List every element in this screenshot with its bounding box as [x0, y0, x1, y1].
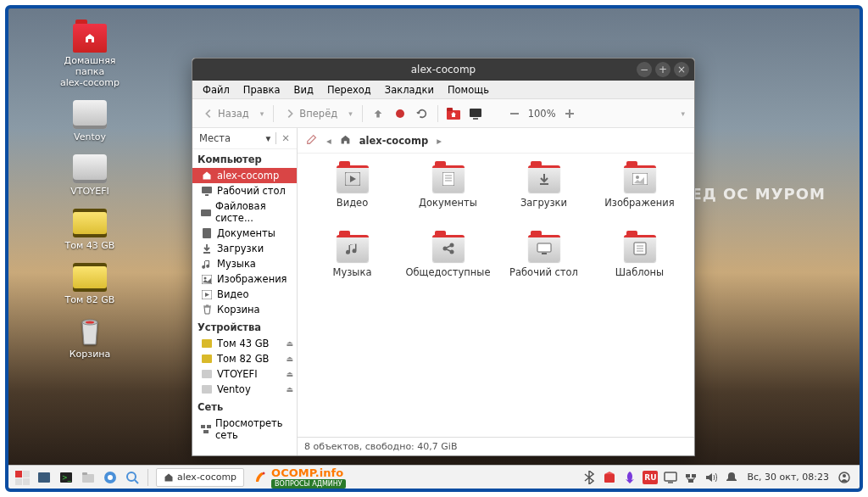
eject-icon[interactable]: ⏏ [286, 355, 293, 363]
folder-item[interactable]: Видео [304, 165, 400, 232]
back-button[interactable]: Назад [199, 105, 253, 122]
path-segment[interactable]: alex-cocomp [359, 135, 428, 147]
sidebar-item[interactable]: Документы [192, 226, 297, 241]
folder-item[interactable]: Документы [400, 165, 496, 232]
desktop-icon[interactable]: Том 43 GB [49, 209, 131, 251]
sidebar-dropdown[interactable]: ▾ [266, 132, 271, 144]
menu-item[interactable]: Вид [289, 82, 319, 98]
terminal-launcher[interactable]: >_ [56, 468, 76, 487]
up-button[interactable] [370, 105, 387, 122]
sidebar-item[interactable]: Изображения [192, 271, 297, 287]
file-grid[interactable]: ВидеоДокументыЗагрузкиИзображенияМузыкаО… [298, 154, 694, 437]
pathbar: ◂ alex-cocomp ▸ [298, 128, 694, 154]
search-launcher[interactable] [122, 468, 142, 487]
menubar: ФайлПравкаВидПереходЗакладкиПомощь [192, 81, 694, 99]
zoom-in-button[interactable] [561, 105, 578, 122]
svg-rect-11 [205, 194, 209, 196]
zoom-out-button[interactable] [506, 105, 523, 122]
svg-rect-46 [38, 472, 50, 483]
sidebar-item[interactable]: Том 43 GB⏏ [192, 336, 297, 351]
desktop-icon[interactable]: VTOYEFI [49, 154, 131, 197]
sidebar-item[interactable]: Ventoy⏏ [192, 382, 297, 397]
svg-rect-7 [510, 113, 519, 114]
eject-icon[interactable]: ⏏ [286, 339, 293, 348]
sidebar-item[interactable]: Видео [192, 287, 297, 302]
minimize-button[interactable]: − [637, 62, 652, 77]
folder-item[interactable]: Музыка [304, 235, 400, 301]
svg-rect-19 [202, 370, 212, 378]
start-menu-button[interactable] [12, 468, 32, 487]
svg-rect-4 [447, 108, 453, 111]
svg-point-2 [396, 109, 404, 118]
desktop-icon[interactable]: Корзина [49, 317, 131, 360]
session-icon[interactable] [836, 469, 853, 486]
svg-rect-44 [15, 478, 22, 485]
forward-history-dropdown[interactable]: ▾ [346, 109, 355, 118]
sidebar-item[interactable]: Рабочий стол [192, 183, 297, 198]
svg-rect-45 [23, 478, 30, 485]
path-prev[interactable]: ◂ [326, 135, 331, 147]
files-launcher[interactable] [78, 468, 98, 487]
back-history-dropdown[interactable]: ▾ [258, 109, 267, 118]
menu-item[interactable]: Переход [322, 82, 376, 98]
menu-item[interactable]: Закладки [380, 82, 439, 98]
desktop-icon[interactable]: Ventoy [49, 100, 131, 142]
notifications-icon[interactable] [723, 469, 740, 486]
sidebar-close-button[interactable]: ✕ [275, 132, 290, 144]
reload-button[interactable] [414, 105, 431, 122]
toolbar-menu-dropdown[interactable]: ▾ [678, 109, 687, 118]
bluetooth-icon[interactable] [581, 469, 598, 486]
forward-button[interactable]: Вперёд [281, 105, 341, 122]
updates-icon[interactable] [621, 469, 638, 486]
svg-rect-36 [537, 243, 551, 252]
close-button[interactable]: × [674, 62, 689, 77]
eject-icon[interactable]: ⏏ [286, 385, 293, 394]
folder-item[interactable]: Загрузки [496, 165, 592, 232]
sidebar-item[interactable]: Корзина [192, 302, 297, 317]
desktop-icon [201, 185, 213, 197]
volume-icon[interactable] [703, 469, 720, 486]
sidebar-item[interactable]: Том 82 GB⏏ [192, 351, 297, 366]
svg-rect-23 [203, 430, 209, 433]
display-icon[interactable] [662, 469, 679, 486]
folder-item[interactable]: Шаблоны [592, 235, 687, 301]
taskbar-task-filemanager[interactable]: alex-cocomp [156, 468, 244, 487]
sidebar-item[interactable]: Музыка [192, 256, 297, 271]
svg-rect-25 [442, 172, 454, 186]
sidebar-item[interactable]: Файловая систе... [192, 198, 297, 226]
menu-item[interactable]: Файл [198, 82, 235, 98]
sidebar-item[interactable]: alex-cocomp [192, 168, 297, 183]
svg-point-33 [449, 250, 453, 254]
edit-path-button[interactable] [306, 133, 318, 148]
sidebar-item[interactable]: Просмотреть сеть [192, 416, 297, 443]
titlebar[interactable]: alex-cocomp − + × [192, 59, 694, 81]
menu-item[interactable]: Помощь [442, 82, 494, 98]
language-indicator[interactable]: RU [642, 469, 659, 486]
show-desktop-button[interactable] [34, 468, 54, 487]
svg-point-53 [127, 472, 136, 481]
svg-line-34 [447, 246, 450, 248]
browser-launcher[interactable] [100, 468, 120, 487]
desktop-icon[interactable]: Домашняя папкаalex-cocomp [49, 24, 131, 88]
folder-item[interactable]: Общедоступные [400, 235, 496, 301]
sidebar-item[interactable]: VTOYEFI⏏ [192, 366, 297, 382]
path-next[interactable]: ▸ [437, 135, 442, 147]
desktop-icon[interactable]: Том 82 GB [49, 263, 131, 305]
menu-item[interactable]: Правка [238, 82, 286, 98]
sidebar-item[interactable]: Загрузки [192, 241, 297, 256]
maximize-button[interactable]: + [655, 62, 670, 77]
clock[interactable]: Вс, 30 окт, 08:23 [743, 472, 832, 483]
home-button[interactable] [445, 105, 462, 122]
svg-rect-21 [201, 425, 205, 428]
folder-item[interactable]: Рабочий стол [496, 235, 592, 301]
computer-button[interactable] [467, 105, 484, 122]
package-icon[interactable] [601, 469, 618, 486]
trash-icon [201, 304, 213, 316]
network-icon[interactable] [682, 469, 699, 486]
stop-button[interactable] [392, 105, 409, 122]
desktop: Домашняя папкаalex-cocompVentoyVTOYEFIТо… [5, 5, 863, 492]
folder-item[interactable]: Изображения [592, 165, 687, 232]
svg-point-30 [636, 176, 639, 179]
eject-icon[interactable]: ⏏ [286, 370, 293, 378]
path-home-icon[interactable] [340, 134, 351, 148]
